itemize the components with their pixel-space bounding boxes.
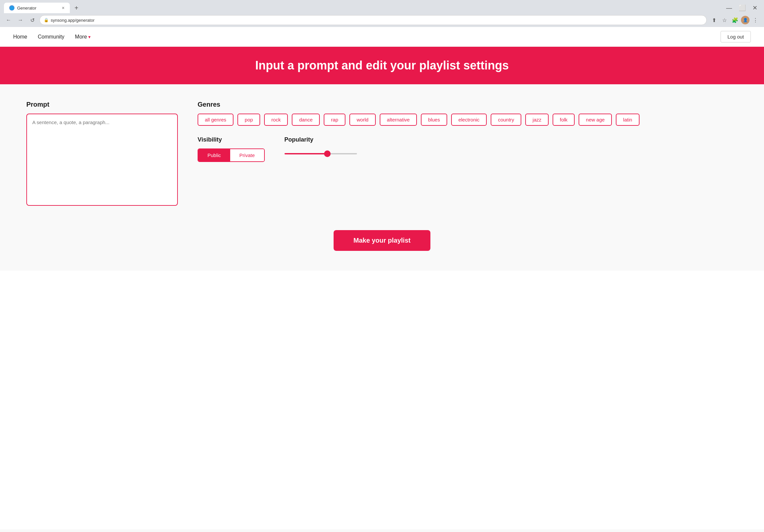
- genre-tag-new-age[interactable]: new age: [579, 113, 612, 126]
- forward-button[interactable]: →: [16, 16, 25, 25]
- popularity-slider[interactable]: [285, 153, 357, 154]
- visibility-btn-private[interactable]: Private: [230, 149, 264, 161]
- back-button[interactable]: ←: [4, 16, 13, 25]
- lock-icon: 🔒: [44, 18, 49, 22]
- app-nav: Home Community More ▾ Log out: [0, 27, 764, 47]
- share-button[interactable]: ⬆: [709, 16, 718, 25]
- new-tab-button[interactable]: +: [72, 3, 81, 13]
- nav-home[interactable]: Home: [13, 34, 27, 40]
- tab-globe-icon: 🌐: [9, 5, 15, 11]
- tab-close-button[interactable]: ×: [62, 5, 65, 11]
- genre-tag-country[interactable]: country: [491, 113, 521, 126]
- hero-banner: Input a prompt and edit your playlist se…: [0, 47, 764, 84]
- browser-tab[interactable]: 🌐 Generator ×: [4, 3, 70, 13]
- genres-grid: all genrespoprockdancerapworldalternativ…: [198, 113, 738, 126]
- prompt-section: Prompt: [26, 101, 178, 207]
- app-container: Home Community More ▾ Log out Input a pr…: [0, 27, 764, 529]
- prompt-label: Prompt: [26, 101, 178, 108]
- popularity-slider-container: [285, 150, 357, 156]
- visibility-btn-public[interactable]: Public: [198, 149, 230, 161]
- main-content: Prompt Genres all genrespoprockdancerapw…: [0, 84, 764, 224]
- genre-tag-folk[interactable]: folk: [553, 113, 575, 126]
- make-playlist-button[interactable]: Make your playlist: [334, 230, 430, 251]
- bookmark-button[interactable]: ☆: [720, 16, 729, 25]
- genre-tag-electronic[interactable]: electronic: [451, 113, 487, 126]
- logout-button[interactable]: Log out: [720, 31, 751, 43]
- minimize-button[interactable]: —: [723, 3, 735, 13]
- window-controls: — ⬜ ✕: [723, 3, 760, 13]
- nav-more[interactable]: More ▾: [75, 34, 91, 40]
- close-button[interactable]: ✕: [750, 3, 760, 13]
- url-text: synsong.app/generator: [51, 18, 95, 23]
- popularity-label: Popularity: [285, 136, 738, 143]
- genre-tag-latin[interactable]: latin: [616, 113, 640, 126]
- genre-tag-blues[interactable]: blues: [421, 113, 447, 126]
- extensions-button[interactable]: 🧩: [730, 16, 740, 25]
- genre-tag-rock[interactable]: rock: [264, 113, 288, 126]
- genre-tag-pop[interactable]: pop: [238, 113, 260, 126]
- genre-tag-alternative[interactable]: alternative: [380, 113, 417, 126]
- menu-button[interactable]: ⋮: [751, 16, 760, 25]
- nav-more-chevron-icon: ▾: [88, 34, 91, 40]
- genre-tag-dance[interactable]: dance: [292, 113, 320, 126]
- hero-title: Input a prompt and edit your playlist se…: [13, 59, 751, 73]
- genre-tag-world[interactable]: world: [349, 113, 376, 126]
- toolbar-icons: ⬆ ☆ 🧩 👤 ⋮: [709, 16, 760, 25]
- genre-tag-jazz[interactable]: jazz: [525, 113, 549, 126]
- visibility-label: Visibility: [198, 136, 265, 143]
- title-bar: 🌐 Generator × + — ⬜ ✕: [0, 0, 764, 13]
- popularity-group: Popularity: [285, 136, 738, 156]
- visibility-toggle: PublicPrivate: [198, 148, 265, 162]
- browser-chrome: 🌐 Generator × + — ⬜ ✕ ← → ↺ 🔒 synsong.ap…: [0, 0, 764, 27]
- browser-toolbar: ← → ↺ 🔒 synsong.app/generator ⬆ ☆ 🧩 👤 ⋮: [0, 13, 764, 27]
- make-playlist-section: Make your playlist: [0, 224, 764, 270]
- maximize-button[interactable]: ⬜: [736, 3, 748, 13]
- address-bar[interactable]: 🔒 synsong.app/generator: [40, 15, 707, 25]
- nav-links: Home Community More ▾: [13, 34, 91, 40]
- tab-title: Generator: [17, 6, 37, 11]
- nav-community[interactable]: Community: [38, 34, 65, 40]
- genre-tag-rap[interactable]: rap: [324, 113, 345, 126]
- genre-tag-all-genres[interactable]: all genres: [198, 113, 234, 126]
- reload-button[interactable]: ↺: [28, 16, 37, 25]
- controls-row: Visibility PublicPrivate Popularity: [198, 136, 738, 162]
- nav-more-label: More: [75, 34, 87, 40]
- prompt-textarea[interactable]: [26, 113, 178, 206]
- settings-section: Genres all genrespoprockdancerapworldalt…: [198, 101, 738, 207]
- user-avatar[interactable]: 👤: [741, 16, 749, 24]
- visibility-group: Visibility PublicPrivate: [198, 136, 265, 162]
- genres-label: Genres: [198, 101, 738, 108]
